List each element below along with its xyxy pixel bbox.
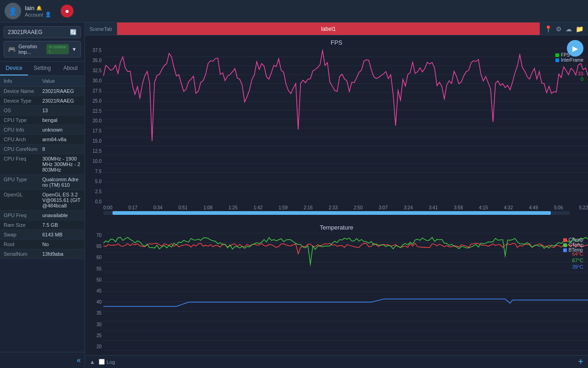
row-key: OpenGL	[4, 192, 42, 208]
table-row: RootNo	[0, 240, 85, 249]
settings-icon[interactable]: ⚙	[556, 25, 562, 33]
folder-icon[interactable]: 📁	[576, 25, 583, 33]
collapse-button[interactable]: «	[77, 356, 81, 364]
tab-setting[interactable]: Setting	[28, 62, 56, 75]
table-row: Device Type23021RAAEG	[0, 96, 85, 106]
main-layout: 23021RAAEG 🔄 🎮 Genshin Imp... In routine…	[0, 23, 588, 368]
row-key: CPU Type	[4, 117, 42, 123]
row-value: 300MHz - 1900MHz 300MHz - 2803MHz	[42, 156, 81, 172]
row-key: Device Type	[4, 98, 42, 104]
fps-chart-container: FPS ▶ 37.535.032.530.027.525.022.520.017…	[85, 35, 588, 217]
app-dropdown-icon: ▼	[72, 46, 77, 52]
row-key: Root	[4, 242, 42, 247]
legend-label: InterFrame	[561, 58, 583, 63]
bottom-bar: ▲ Log +	[85, 355, 588, 368]
xaxis-label: 3:58	[454, 205, 463, 210]
record-button[interactable]: ⏺	[61, 5, 74, 17]
header: 👤 Iain 🔔 Account 👤 ⏺	[0, 0, 588, 23]
tab-about[interactable]: About	[57, 62, 85, 75]
row-value: arm64-v8a	[42, 137, 81, 142]
bottom-expand-icon[interactable]: ▲	[90, 359, 95, 365]
yaxis-label: 7.5	[95, 169, 102, 174]
row-value: unknown	[42, 127, 81, 132]
fps-xaxis: 0:000:170:340:511:081:251:421:592:162:33…	[85, 204, 588, 211]
temp-chart-inner: CTempGTempBTemp 64°C 67°C 39°C	[103, 233, 588, 355]
username: Iain 🔔	[25, 5, 51, 12]
xaxis-label: 0:00	[103, 205, 112, 210]
app-row[interactable]: 🎮 Genshin Imp... In routine t... ▼	[4, 41, 81, 58]
temp-btemp-value: 39°C	[572, 264, 583, 270]
xaxis-label: 4:15	[479, 205, 488, 210]
log-checkbox[interactable]: Log	[99, 359, 115, 365]
yaxis-label: 2.5	[95, 189, 102, 194]
temp-chart-container: Temperature 7065605550454035302520151050…	[85, 220, 588, 355]
table-row: Swap6143 MB	[0, 230, 85, 240]
account-label[interactable]: Account 👤	[25, 12, 51, 17]
temp-yaxis: 7065605550454035302520151050	[85, 233, 103, 355]
row-value: unavailable	[42, 213, 81, 218]
table-row: CPU Freq300MHz - 1900MHz 300MHz - 2803MH…	[0, 154, 85, 175]
info-rows: Device Name23021RAAEGDevice Type23021RAA…	[0, 86, 85, 259]
fps-yaxis: 37.535.032.530.027.525.022.520.017.515.0…	[85, 48, 103, 204]
row-key: Device Name	[4, 88, 42, 94]
sidebar: 23021RAAEG 🔄 🎮 Genshin Imp... In routine…	[0, 23, 85, 368]
temp-chart-title: Temperature	[85, 222, 588, 233]
location-icon[interactable]: 📍	[544, 25, 552, 33]
yaxis-label: 32.5	[93, 68, 102, 73]
scene-tab-active[interactable]: label1	[117, 23, 540, 35]
charts-area: FPS ▶ 37.535.032.530.027.525.022.520.017…	[85, 35, 588, 355]
legend-color	[563, 248, 567, 252]
row-value: No	[42, 242, 81, 247]
yaxis-label: 50	[96, 277, 102, 282]
account-icon: 👤	[45, 12, 51, 17]
fps-chart-wrapper: 37.535.032.530.027.525.022.520.017.515.0…	[85, 48, 588, 204]
xaxis-label: 0:17	[129, 205, 137, 210]
device-dropdown[interactable]: 23021RAAEG 🔄	[4, 26, 81, 38]
row-key: CPU CoreNum	[4, 146, 42, 152]
xaxis-label: 2:50	[354, 205, 362, 210]
cloud-icon[interactable]: ☁	[565, 25, 572, 33]
scene-tab-icons: 📍 ⚙ ☁ 📁	[540, 25, 588, 33]
fps-canvas	[103, 48, 588, 190]
yaxis-label: 35.0	[93, 58, 102, 63]
play-button[interactable]: ▶	[567, 40, 583, 57]
xaxis-label: 5:06	[554, 205, 563, 210]
row-key: SerialNum	[4, 251, 42, 257]
yaxis-label: 55	[96, 266, 102, 271]
row-key: OS	[4, 108, 42, 113]
yaxis-label: 30.0	[93, 78, 102, 83]
user-section: 👤 Iain 🔔 Account 👤 ⏺	[5, 3, 74, 19]
user-info: Iain 🔔 Account 👤	[25, 5, 51, 17]
device-selector-area: 23021RAAEG 🔄 🎮 Genshin Imp... In routine…	[0, 23, 85, 62]
fps-scrollbar-thumb[interactable]	[113, 211, 551, 215]
log-checkbox-input[interactable]	[99, 359, 105, 365]
content-area: SceneTab label1 📍 ⚙ ☁ 📁 FPS ▶ 37.535.032…	[85, 23, 588, 368]
xaxis-label: 5:22	[579, 205, 588, 210]
legend-item: InterFrame	[555, 58, 583, 63]
info-table: Info Value Device Name23021RAAEGDevice T…	[0, 76, 85, 352]
yaxis-label: 10.0	[93, 159, 102, 164]
row-value: 23021RAAEG	[42, 98, 81, 104]
xaxis-label: 4:32	[504, 205, 513, 210]
yaxis-label: 5.0	[95, 179, 102, 184]
fps-scrollbar-track[interactable]	[103, 211, 570, 215]
fps-chart-inner: FPSInterFrame 33 0	[103, 48, 588, 204]
legend-color	[563, 243, 567, 247]
yaxis-label: 27.5	[93, 88, 102, 93]
yaxis-label: 22.5	[93, 109, 102, 114]
tab-device[interactable]: Device	[0, 62, 28, 75]
table-row: OS13	[0, 106, 85, 115]
xaxis-label: 3:41	[429, 205, 438, 210]
yaxis-label: 0.0	[95, 199, 102, 204]
yaxis-label: 25	[96, 333, 102, 338]
row-key: CPU Info	[4, 127, 42, 132]
temp-legend: CTempGTempBTemp	[563, 237, 583, 253]
xaxis-label: 1:42	[254, 205, 262, 210]
xaxis-label: 0:34	[153, 205, 162, 210]
row-value: OpenGL ES 3.2 V@0615.61 (GIT@484bca8	[42, 192, 81, 208]
plus-button[interactable]: +	[578, 356, 583, 367]
app-status-badge: In routine t...	[46, 44, 69, 54]
legend-item: CTemp	[563, 237, 583, 242]
yaxis-label: 25.0	[93, 98, 102, 104]
xaxis-label: 0:51	[179, 205, 187, 210]
